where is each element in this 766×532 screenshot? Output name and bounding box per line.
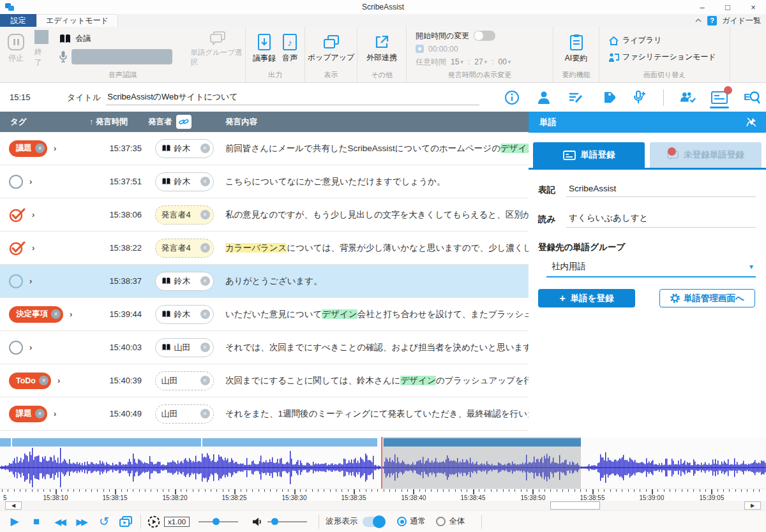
speech-segment-bar[interactable] (202, 438, 377, 447)
word-group-select-button[interactable]: 単語グループ選択 (190, 31, 245, 67)
tag-empty-circle[interactable] (9, 341, 23, 355)
title-input[interactable]: ScribeAssistのWebサイトについて (106, 89, 479, 105)
speaker-remove-icon[interactable]: × (200, 376, 210, 385)
minimize-button[interactable]: – (689, 0, 715, 14)
tag-badge[interactable]: 議題× (9, 140, 47, 157)
utterance-text[interactable]: ありがとうございます。 (220, 276, 529, 287)
tag-empty-circle[interactable] (9, 274, 23, 288)
ai-summary-button[interactable]: AI要約 (565, 34, 587, 64)
notation-input[interactable]: ScribeAssist (566, 182, 756, 197)
table-row[interactable]: 課題×›15:40:49山田×それをまた、1週間後のミーティングにて発表していた… (0, 397, 529, 431)
collapse-ribbon-icon[interactable] (695, 18, 702, 23)
tag-icon[interactable] (599, 88, 616, 107)
speed-slider-knob[interactable] (213, 518, 220, 525)
library-button[interactable]: ライブラリ (608, 35, 661, 46)
speaker-pill[interactable]: 鈴木× (155, 305, 214, 324)
end-button[interactable]: 終了 (34, 30, 49, 68)
tab-settings[interactable]: 設定 (0, 14, 36, 27)
col-speaker[interactable]: 発言者 (148, 115, 220, 129)
utterance-text[interactable]: いただいた意見についてデザイン会社と打ち合わせを設けて、またブラッシュアップし (220, 309, 529, 320)
speaker-pill[interactable]: 鈴木× (155, 272, 214, 291)
pin-off-icon[interactable] (746, 117, 757, 128)
utterance-text[interactable]: カラーバランスについては、背景が少し薄いかなと思いますので、少し濃くしていただ (220, 242, 529, 254)
link-icon[interactable] (176, 115, 192, 129)
utterance-text[interactable]: こちらについてなにかご意見いただけますでしょうか。 (220, 176, 529, 188)
radio-whole[interactable]: 全体 (436, 516, 465, 527)
table-row[interactable]: ›15:37:51鈴木×こちらについてなにかご意見いただけますでしょうか。 (0, 165, 529, 198)
utterance-text[interactable]: それをまた、1週間後のミーティングにて発表していただき、最終確認を行いたいと思 (220, 408, 529, 420)
waveform-scrollbar[interactable]: ◀ ▶ (0, 501, 766, 510)
expand-chevron-icon[interactable]: › (32, 210, 34, 219)
utterance-text[interactable]: 前回皆さんにメールで共有したScribeAssistについてのホームページのデザ… (220, 143, 529, 154)
word-group-dropdown[interactable]: 社内用語 ▾ (546, 260, 756, 277)
speaker-pill[interactable]: 山田× (155, 404, 214, 424)
tag-badge[interactable]: 課題× (9, 406, 47, 422)
speaker-pill[interactable]: 発言者4× (155, 205, 214, 225)
tag-remove-icon[interactable]: × (51, 309, 61, 319)
search-word-icon[interactable]: E (743, 88, 760, 107)
guide-list-link[interactable]: ガイド一覧 (722, 15, 761, 26)
speaker-remove-icon[interactable]: × (200, 177, 210, 186)
stop-button[interactable]: 停止 (8, 34, 24, 64)
help-icon[interactable]: ? (707, 16, 717, 26)
waveform-toggle[interactable] (363, 517, 386, 527)
scroll-left-button[interactable]: ◀ (5, 501, 22, 510)
speaker-remove-icon[interactable]: × (200, 309, 210, 319)
meeting-mode[interactable]: 会議 (59, 33, 91, 44)
volume-slider[interactable] (267, 521, 307, 522)
tag-remove-icon[interactable]: × (39, 376, 49, 385)
table-row[interactable]: 議題×›15:37:35鈴木×前回皆さんにメールで共有したScribeAssis… (0, 132, 529, 165)
speaker-pill[interactable]: 鈴木× (155, 139, 214, 158)
tab-unregistered-words[interactable]: 未登録単語登録 (650, 142, 762, 168)
tag-badge[interactable]: 決定事項× (9, 306, 63, 323)
start-time-toggle[interactable] (474, 31, 495, 41)
external-link-button[interactable]: 外部連携 (366, 34, 397, 63)
facilitation-mode-button[interactable]: ファシリテーションモード (608, 52, 716, 63)
tag-badge[interactable]: ToDo× (9, 373, 51, 389)
utterance-text[interactable]: 次回までにすることに関しては、鈴木さんにデザインのブラッシュアップを行っていただ (220, 375, 529, 387)
speaker-pill[interactable]: 発言者4× (155, 239, 214, 258)
speed-value[interactable]: x1.00 (164, 517, 190, 527)
speaker-person-icon[interactable] (536, 88, 552, 107)
edit-list-icon[interactable] (567, 88, 584, 107)
utterance-text[interactable]: それでは、次回までにすべきことの確認、および担当者を決めたいと思います。 (220, 342, 529, 353)
info-icon[interactable] (504, 88, 520, 107)
radio-normal[interactable]: 通常 (397, 516, 426, 527)
word-card-icon[interactable] (711, 88, 728, 107)
speaker-remove-icon[interactable]: × (200, 144, 210, 153)
speaker-remove-icon[interactable]: × (200, 409, 210, 418)
expand-chevron-icon[interactable]: › (32, 243, 34, 253)
expand-chevron-icon[interactable]: › (29, 343, 32, 352)
close-button[interactable]: × (740, 0, 766, 14)
expand-chevron-icon[interactable]: › (29, 276, 32, 286)
audio-export-button[interactable]: ♪ 音声 (282, 34, 297, 64)
maximize-button[interactable]: □ (715, 0, 740, 14)
expand-chevron-icon[interactable]: › (29, 177, 32, 186)
speed-slider[interactable] (199, 521, 238, 522)
tag-remove-icon[interactable]: × (35, 409, 45, 418)
speaker-pill[interactable]: 山田× (155, 371, 214, 390)
speaker-remove-icon[interactable]: × (200, 243, 210, 253)
continuous-play-icon[interactable] (117, 516, 134, 528)
rewind-button[interactable]: ◀◀ (51, 517, 68, 527)
speech-segment-bar[interactable] (0, 438, 11, 447)
tab-word-register[interactable]: 単語登録 (533, 142, 645, 168)
tag-empty-circle[interactable] (9, 175, 23, 189)
mic-plus-icon[interactable] (631, 88, 648, 107)
speech-segment-bar[interactable] (12, 438, 201, 447)
volume-slider-knob[interactable] (271, 518, 278, 525)
tag-remove-icon[interactable]: × (35, 144, 45, 153)
expand-chevron-icon[interactable]: › (70, 309, 72, 319)
replay-icon[interactable]: ↺ (96, 514, 112, 529)
scroll-right-button[interactable]: ▶ (744, 501, 761, 510)
expand-chevron-icon[interactable]: › (54, 409, 56, 418)
second-select[interactable]: 00▾ (498, 57, 511, 66)
table-row[interactable]: ›15:38:06発言者4×私の意見なのですが、もう少し見出しの文字を大きくして… (0, 198, 529, 232)
col-time[interactable]: ↑ 発言時間 (89, 117, 148, 128)
speaker-remove-icon[interactable]: × (200, 276, 210, 286)
speaker-check-icon[interactable] (679, 88, 696, 107)
play-button[interactable]: ▶ (6, 515, 23, 528)
minute-select[interactable]: 27▾ (474, 57, 487, 66)
utterance-text[interactable]: 私の意見なのですが、もう少し見出しの文字を大きくしてもらえると、区別がつきや (220, 209, 529, 221)
table-row[interactable]: ›15:40:03山田×それでは、次回までにすべきことの確認、および担当者を決め… (0, 331, 529, 364)
